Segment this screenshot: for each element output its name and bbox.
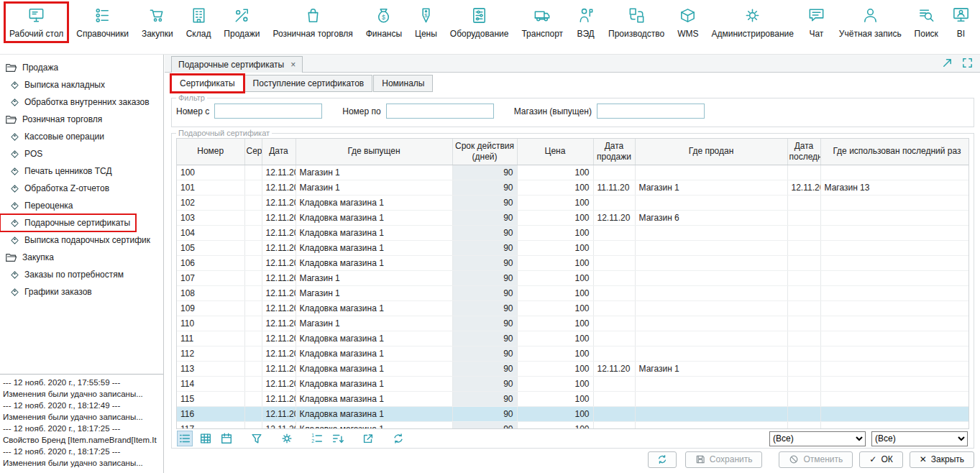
topbar-item-account[interactable]: Учётная запись	[835, 4, 905, 41]
sidebar-item[interactable]: Выписка подарочных сертифик	[0, 231, 163, 249]
topbar-item-chat[interactable]: Чат	[803, 4, 830, 41]
sidebar-item[interactable]: POS	[0, 145, 163, 162]
grid-column-header[interactable]: Дата последн	[787, 139, 820, 165]
numbered-list-icon[interactable]: 12	[310, 431, 324, 446]
records-filter-select[interactable]: (Все)	[769, 431, 866, 446]
table-row[interactable]: 10212.11.20Кладовка магазина 190100	[177, 195, 969, 210]
sidebar-item[interactable]: Обработка Z-отчетов	[0, 180, 163, 197]
document-tab[interactable]: Подарочные сертификаты ×	[171, 56, 303, 73]
topbar-item-prices[interactable]: $Цены	[411, 4, 441, 41]
table-row[interactable]: 11012.11.20Магазин 190100	[177, 316, 969, 331]
table-row[interactable]: 11712.11.20Кладовка магазина 190100	[177, 421, 969, 428]
grid-cell: Кладовка магазина 1	[296, 210, 452, 225]
topbar-item-purchases[interactable]: Закупки	[138, 4, 177, 41]
topbar-item-production[interactable]: Производство	[605, 4, 668, 41]
table-row[interactable]: 11512.11.20Кладовка магазина 190100	[177, 391, 969, 406]
calendar-icon[interactable]	[219, 431, 234, 446]
workspace-tab[interactable]: Сертификаты	[171, 75, 244, 92]
view-list-icon[interactable]	[178, 431, 192, 446]
close-button[interactable]: ✕ Закрыть	[910, 451, 974, 468]
sync-icon[interactable]	[391, 431, 406, 446]
grid-cell	[635, 225, 787, 240]
table-row[interactable]: 10612.11.20Кладовка магазина 190100	[177, 255, 969, 270]
grid-column-header[interactable]: Где выпущен	[296, 139, 452, 165]
close-tab-icon[interactable]: ×	[290, 60, 296, 69]
table-row[interactable]: 10012.11.20Магазин 190100	[177, 165, 969, 180]
sidebar-item[interactable]: Переоценка	[0, 197, 163, 214]
grid-cell	[635, 346, 787, 361]
grid-cell: Кладовка магазина 1	[296, 406, 452, 421]
fullscreen-icon[interactable]	[961, 57, 974, 69]
grid-cell: Кладовка магазина 1	[296, 225, 452, 240]
table-row[interactable]: 10312.11.20Кладовка магазина 19010012.11…	[177, 210, 969, 225]
table-row[interactable]: 11412.11.20Кладовка магазина 190100	[177, 376, 969, 391]
sidebar-item[interactable]: Графики заказов	[0, 283, 163, 300]
table-row[interactable]: 10512.11.20Кладовка магазина 190100	[177, 240, 969, 255]
sidebar-group[interactable]: Продажа	[0, 59, 163, 76]
table-row[interactable]: 10712.11.20Магазин 190100	[177, 270, 969, 285]
topbar-item-equipment[interactable]: Оборудование	[447, 4, 513, 41]
topbar-item-transport[interactable]: Транспорт	[518, 4, 567, 41]
tag-icon	[10, 288, 19, 297]
topbar-item-retail[interactable]: Розничная торговля	[269, 4, 356, 41]
export-icon[interactable]	[361, 431, 375, 446]
cancel-button[interactable]: Отменить	[779, 451, 853, 468]
grid-cell	[244, 406, 262, 421]
records-filter-select[interactable]: (Все)	[871, 431, 968, 446]
log-line: Свойство Бренд [Item.nameBrand[Item.It	[3, 434, 160, 446]
grid-column-header[interactable]: Где использован последний раз	[820, 139, 969, 165]
sidebar-item[interactable]: Обработка внутренних заказов	[0, 93, 163, 111]
topbar-item-search[interactable]: Поиск	[911, 4, 942, 41]
save-button[interactable]: Сохранить	[685, 451, 763, 468]
grid-column-header[interactable]: Дата	[262, 139, 296, 165]
topbar-item-desktop[interactable]: Рабочий стол	[6, 4, 67, 41]
grid-cell: 12.11.20	[262, 180, 296, 195]
grid-column-header[interactable]: Цена	[517, 139, 593, 165]
grid-column-header[interactable]: Срок действия (дней)	[452, 139, 517, 165]
topbar-item-warehouse[interactable]: Склад	[183, 4, 215, 41]
grid-column-header[interactable]: Дата продажи	[593, 139, 635, 165]
topbar-item-wms[interactable]: WMS	[674, 4, 702, 41]
grid-cell: 100	[517, 316, 593, 331]
refresh-button[interactable]	[648, 451, 677, 468]
gear-icon[interactable]	[280, 431, 294, 446]
open-new-window-icon[interactable]	[941, 57, 953, 69]
workspace-tab[interactable]: Поступление сертификатов	[244, 75, 373, 92]
table-row[interactable]: 10412.11.20Кладовка магазина 190100	[177, 225, 969, 240]
table-row[interactable]: 11312.11.20Кладовка магазина 19010012.11…	[177, 361, 969, 376]
table-row[interactable]: 10812.11.20Магазин 190100	[177, 285, 969, 300]
sidebar-item-label: Обработка внутренних заказов	[24, 97, 150, 107]
grid-cell: 100	[517, 255, 593, 270]
topbar-item-admin-gear[interactable]: Администрирование	[708, 4, 797, 41]
topbar-item-ved[interactable]: ВЭД	[572, 4, 599, 41]
table-row[interactable]: 11112.11.20Кладовка магазина 190100	[177, 331, 969, 346]
grid-cell: 90	[452, 300, 517, 316]
topbar-item-bi[interactable]: BI	[948, 4, 974, 41]
topbar-item-finance[interactable]: $Финансы	[362, 4, 406, 41]
sidebar-group[interactable]: Закупка	[0, 249, 163, 266]
topbar-item-references[interactable]: Справочники	[73, 4, 132, 41]
sidebar-item[interactable]: Кассовые операции	[0, 128, 163, 145]
funnel-icon[interactable]	[249, 431, 264, 446]
topbar-item-sales[interactable]: Продажи	[220, 4, 263, 41]
sidebar-item[interactable]: Заказы по потребностям	[0, 266, 163, 283]
sidebar-item[interactable]: Подарочные сертификаты	[0, 214, 136, 231]
number-to-input[interactable]	[386, 104, 494, 119]
number-from-input[interactable]	[214, 104, 322, 119]
view-grid-icon[interactable]	[198, 431, 213, 446]
table-row[interactable]: 11612.11.20Кладовка магазина 190100	[177, 406, 969, 421]
grid-column-header[interactable]: Номер	[177, 139, 244, 165]
sidebar-group[interactable]: Розничная торговля	[0, 111, 163, 128]
issued-store-input[interactable]	[597, 104, 705, 119]
ok-button[interactable]: ✓ ОК	[859, 451, 902, 468]
grid-cell: 104	[177, 225, 244, 240]
workspace-tab[interactable]: Номиналы	[373, 75, 433, 92]
table-row[interactable]: 11212.11.20Кладовка магазина 190100	[177, 346, 969, 361]
grid-column-header[interactable]: Сер	[244, 139, 262, 165]
table-row[interactable]: 10112.11.20Магазин 19010011.11.20Магазин…	[177, 180, 969, 195]
sidebar-item[interactable]: Выписка накладных	[0, 76, 163, 93]
sidebar-item[interactable]: Печать ценников ТСД	[0, 162, 163, 180]
sort-icon[interactable]	[331, 431, 345, 446]
grid-column-header[interactable]: Где продан	[635, 139, 787, 165]
table-row[interactable]: 10912.11.20Кладовка магазина 190100	[177, 300, 969, 316]
